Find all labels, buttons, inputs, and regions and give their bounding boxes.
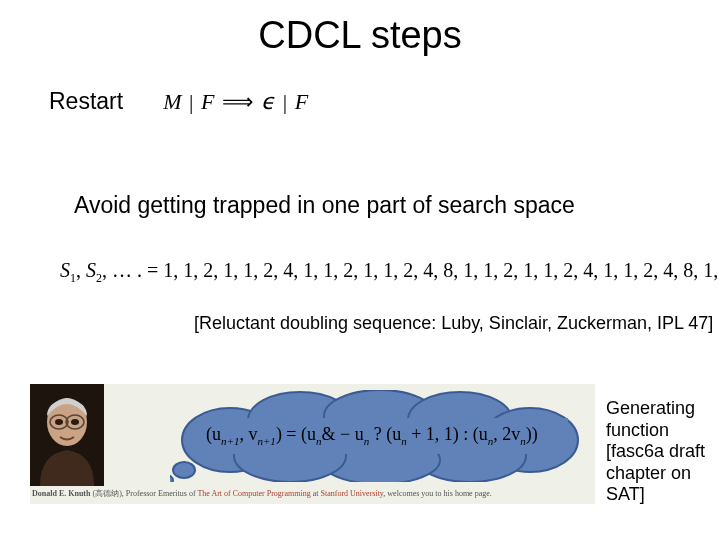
avoid-text: Avoid getting trapped in one part of sea… [74,192,575,219]
generating-function-note: Generating function [fasc6a draft chapte… [606,398,706,506]
svg-point-2 [55,419,63,425]
restart-formula: M | F ⟹ ϵ | F [163,89,309,115]
thought-cloud: (un+1, vn+1) = (un& − un ? (un + 1, 1) :… [170,390,590,482]
sequence-lhs: S1, S2, … . = [60,259,158,281]
luby-citation: [Reluctant doubling sequence: Luby, Sinc… [194,313,713,334]
sequence-row: S1, S2, … . = 1, 1, 2, 1, 1, 2, 4, 1, 1,… [60,259,720,286]
knuth-panel: Donald E. Knuth (高德纳), Professor Emeritu… [30,384,595,504]
cloud-formula: (un+1, vn+1) = (un& − un ? (un + 1, 1) :… [206,424,560,447]
svg-point-16 [170,475,173,482]
restart-row: Restart M | F ⟹ ϵ | F [49,88,309,115]
restart-label: Restart [49,88,123,115]
knuth-caption: Donald E. Knuth (高德纳), Professor Emeritu… [32,488,492,499]
knuth-portrait [30,384,104,486]
sequence-rhs: 1, 1, 2, 1, 1, 2, 4, 1, 1, 2, 1, 1, 2, 4… [163,259,720,281]
svg-point-15 [173,462,195,478]
slide-title: CDCL steps [0,14,720,57]
svg-point-3 [71,419,79,425]
